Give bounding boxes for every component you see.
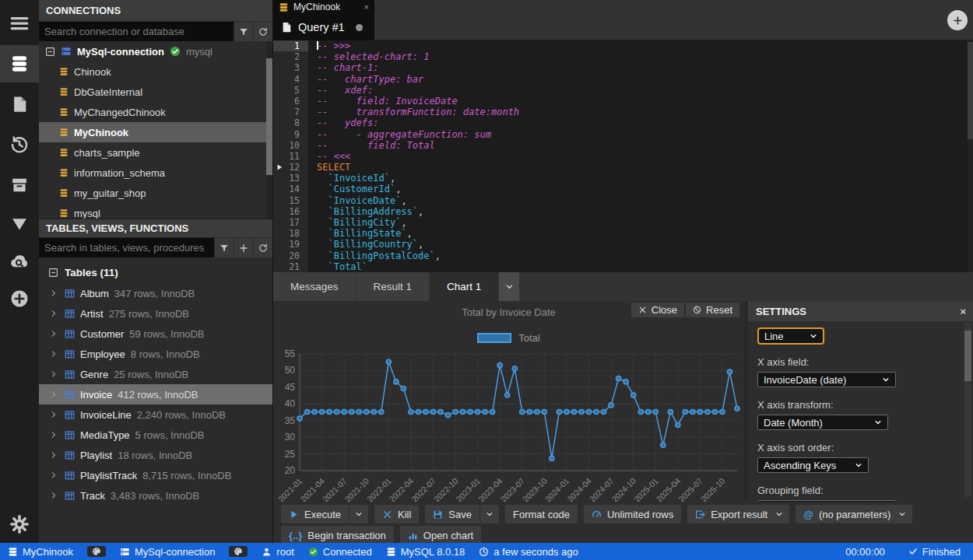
gutter-line-4[interactable]: 4 [273,74,308,85]
connection-tab[interactable]: MyChinook × [273,0,374,14]
gutter-line-2[interactable]: 2 [273,51,308,62]
gutter-line-18[interactable]: 18 [273,228,308,239]
connection-db-mysql[interactable]: mysql [39,203,272,219]
settings-select-x-axis-field[interactable]: InvoiceDate (date) [757,372,896,387]
tables-filter-button[interactable] [215,238,234,257]
dropdown-arrow-button[interactable] [479,505,499,523]
connection-root-row[interactable]: MySql-connection mysql [39,41,272,61]
collapse-minus-icon[interactable] [45,47,55,57]
chart-reset-button[interactable]: Reset [686,303,739,317]
connections-refresh-button[interactable] [254,22,272,41]
code-line-2[interactable]: -- selected-chart: 1 [308,51,966,62]
code-line-5[interactable]: -- xdef: [308,85,966,96]
gutter-line-8[interactable]: 8 [273,117,308,128]
rail-settings-button[interactable] [0,507,39,541]
code-line-6[interactable]: -- field: InvoiceDate [308,96,966,107]
table-row-Invoice[interactable]: Invoice412 rows, InnoDB [39,384,272,404]
code-line-19[interactable]: `BillingCountry`, [308,239,966,250]
dropdown-arrow-button[interactable] [349,505,368,523]
settings-scrollbar-thumb[interactable] [964,331,971,381]
code-line-10[interactable]: -- field: Total [308,140,966,151]
connections-scrollbar-thumb[interactable] [266,58,272,175]
rail-file-button[interactable] [0,87,39,121]
gutter-line-17[interactable]: 17 [273,217,308,228]
editor-scrollbar[interactable] [968,40,973,272]
gutter-line-19[interactable]: 19 [273,239,308,250]
connections-filter-button[interactable] [234,22,253,41]
connections-scrollbar[interactable] [266,41,272,219]
settings-select-x-axis-transform[interactable]: Date (Month) [757,415,888,430]
connections-search-input[interactable] [39,22,234,41]
no-parameters-button[interactable]: @(no parameters) [796,505,912,523]
code-line-3[interactable]: -- chart-1: [308,62,966,73]
table-row-Genre[interactable]: Genre25 rows, InnoDB [39,364,272,384]
collapse-minus-icon[interactable] [48,268,58,278]
table-row-InvoiceLine[interactable]: InvoiceLine2,240 rows, InnoDB [39,404,272,425]
result-tab-messages[interactable]: Messages [273,272,356,301]
gutter-line-15[interactable]: 15 [273,195,308,206]
code-line-7[interactable]: -- transformFunction: date:month [308,107,966,117]
gutter-line-20[interactable]: 20 [273,250,308,261]
rail-filter-triangle-button[interactable] [0,207,39,241]
code-line-18[interactable]: `BillingState`, [308,228,966,239]
table-row-Employee[interactable]: Employee8 rows, InnoDB [39,344,272,364]
table-row-Playlist[interactable]: Playlist18 rows, InnoDB [39,445,272,465]
gutter-line-1[interactable]: 1 [273,40,308,51]
tables-search-input[interactable] [39,238,214,257]
code-line-11[interactable]: -- <<< [308,151,966,162]
statusbar-color-badge[interactable] [87,546,106,557]
gutter-line-6[interactable]: 6 [273,96,308,107]
connection-db-information_schema[interactable]: information_schema [39,163,272,183]
statusbar-mychinook-item[interactable]: MyChinook [8,546,73,558]
gutter-line-12[interactable]: 12 [273,162,308,173]
code-line-1[interactable]: -- >>> [308,40,966,51]
code-line-8[interactable]: -- ydefs: [308,117,966,128]
table-row-MediaType[interactable]: MediaType5 rows, InnoDB [39,425,272,445]
connection-db-Chinook[interactable]: Chinook [39,61,272,82]
result-tab-result-1[interactable]: Result 1 [357,272,430,301]
code-line-13[interactable]: `InvoiceId`, [308,173,966,184]
query-tab[interactable]: Query #1 [273,14,374,40]
gutter-line-14[interactable]: 14 [273,184,308,194]
code-line-9[interactable]: -- - aggregateFunction: sum [308,129,966,140]
connection-db-MyChinook[interactable]: MyChinook [39,122,272,142]
connection-db-charts_sample[interactable]: charts_sample [39,142,272,163]
code-line-4[interactable]: -- chartType: bar [308,74,966,85]
close-icon[interactable]: × [960,306,966,317]
new-tab-button[interactable] [947,10,968,30]
rail-add-circle-button[interactable] [0,282,39,316]
tables-group-row[interactable]: Tables (11) [39,262,272,283]
gutter-line-13[interactable]: 13 [273,173,308,184]
settings-select-x-axis-sort-order[interactable]: Ascending Keys [757,457,869,473]
table-row-Album[interactable]: Album347 rows, InnoDB [39,283,272,303]
table-row-PlaylistTrack[interactable]: PlaylistTrack8,715 rows, InnoDB [39,465,272,485]
rail-history-button[interactable] [0,128,39,162]
rail-archive-button[interactable] [0,168,39,202]
table-row-Track[interactable]: Track3,483 rows, InnoDB [39,485,272,506]
table-row-Customer[interactable]: Customer59 rows, InnoDB [39,324,272,344]
gutter-line-16[interactable]: 16 [273,206,308,217]
rail-menu-button[interactable] [0,6,39,40]
chart-close-button[interactable]: Close [631,303,684,317]
open-chart-button[interactable]: Open chart [400,526,481,544]
statusbar-mysql-connection-item[interactable]: MySql-connection [120,546,215,558]
chart-type-select[interactable]: Line [757,327,824,345]
export-result-button[interactable]: Export result [687,505,789,523]
execute-button[interactable]: Execute [281,505,368,523]
gutter-line-7[interactable]: 7 [273,107,308,117]
code-line-17[interactable]: `BillingCity`, [308,217,966,228]
gutter-line-5[interactable]: 5 [273,85,308,96]
kill-button[interactable]: Kill [374,505,419,523]
statusbar-color-badge[interactable] [229,546,248,557]
rail-cloud-search-button[interactable] [0,244,39,278]
code-line-20[interactable]: `BillingPostalCode`, [308,250,966,261]
settings-scrollbar[interactable] [964,323,971,497]
query-tab-group[interactable]: MyChinook × Query #1 [273,0,374,40]
sql-editor[interactable]: 123456789101112131415161718192021 -- >>>… [273,40,973,272]
connection-db-MyChangedChinook[interactable]: MyChangedChinook [39,102,272,122]
close-icon[interactable]: × [364,2,369,12]
code-line-15[interactable]: `InvoiceDate`, [308,195,966,206]
tables-refresh-button[interactable] [254,238,272,257]
result-tab-chart-1[interactable]: Chart 1 [430,272,498,301]
gutter-line-9[interactable]: 9 [273,129,308,140]
